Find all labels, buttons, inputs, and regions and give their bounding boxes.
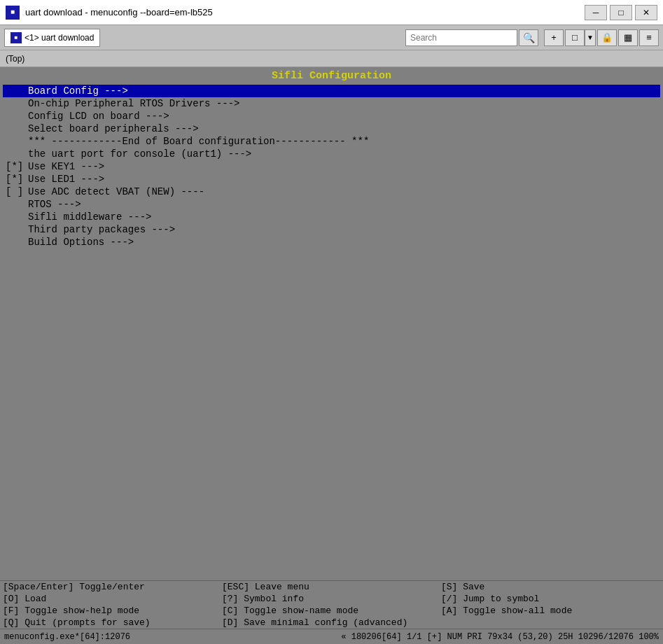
close-button[interactable]: ✕ [635,5,657,20]
checkbox: [*] [6,174,25,185]
bottom-bar: menuconfig.exe*[64]:12076 « 180206[64] 1… [0,629,663,644]
status-col1: [O] Load [3,594,222,604]
menu-item[interactable]: *** ------------End of Board configurati… [3,135,660,148]
search-box: 🔍 [405,29,538,46]
status-col3: [A] Toggle show-all mode [441,606,660,616]
item-label: Use KEY1 ---> [28,161,657,172]
status-col2: [ESC] Leave menu [222,582,441,592]
menu-item[interactable]: [*] Use KEY1 ---> [3,160,660,173]
window-title: uart download - menuconfig --board=em-lb… [25,7,213,18]
arrow-button[interactable]: ▼ [585,29,596,46]
status-bar: [Space/Enter] Toggle/enter [ESC] Leave m… [0,580,663,629]
title-bar-controls: ─ □ ✕ [585,5,657,20]
layout-button[interactable]: □ [565,29,585,46]
terminal-wrapper: Sifli Configuration Board Config --->On-… [0,67,663,580]
status-col2: [?] Symbol info [222,594,441,604]
menu-item[interactable]: Third party packages ---> [3,223,660,236]
checkbox: [*] [6,161,25,172]
terminal-content: Board Config --->On-chip Peripheral RTOS… [0,85,663,580]
item-label: Board Config ---> [6,85,657,97]
item-label: Use ADC detect VBAT (NEW) ---- [28,186,657,197]
menu-item[interactable]: Select board peripherals ---> [3,122,660,135]
menu-item[interactable]: On-chip Peripheral RTOS Drivers ---> [3,97,660,110]
breadcrumb-path: (Top) [6,54,25,64]
menu-item[interactable]: the uart port for console (uart1) ---> [3,148,660,160]
item-label: On-chip Peripheral RTOS Drivers ---> [6,98,657,109]
item-label: *** ------------End of Board configurati… [6,136,657,147]
item-label: Build Options ---> [6,237,657,248]
status-col2: [C] Toggle show-name mode [222,606,441,616]
bottom-left: menuconfig.exe*[64]:12076 [4,632,130,642]
menu-button[interactable]: ≡ [639,29,659,46]
status-col3 [441,617,660,628]
lock-button[interactable]: 🔒 [597,29,617,46]
menu-item[interactable]: Config LCD on board ---> [3,110,660,122]
status-line: [O] Load [?] Symbol info [/] Jump to sym… [0,593,663,605]
search-input[interactable] [405,29,517,46]
item-label: Config LCD on board ---> [6,111,657,122]
item-label: Sifli middleware ---> [6,211,657,223]
title-bar-left: ■ uart download - menuconfig --board=em-… [6,6,213,20]
status-line: [Q] Quit (prompts for save) [D] Save min… [0,617,663,629]
item-label: Use LED1 ---> [28,174,657,185]
menu-item[interactable]: Board Config ---> [3,85,660,97]
tab-icon: ■ [11,32,22,43]
maximize-button[interactable]: □ [610,5,632,20]
item-label: RTOS ---> [6,199,657,210]
menu-item[interactable]: Sifli middleware ---> [3,211,660,223]
status-col3: [S] Save [441,582,660,592]
search-button[interactable]: 🔍 [519,29,538,46]
status-col1: [Q] Quit (prompts for save) [3,617,222,628]
menu-item[interactable]: RTOS ---> [3,198,660,211]
grid-button[interactable]: ▦ [618,29,638,46]
item-label: Select board peripherals ---> [6,123,657,134]
bottom-middle: « 180206[64] 1/1 [+] NUM PRI 79x34 (53,2… [341,632,659,642]
status-line: [Space/Enter] Toggle/enter [ESC] Leave m… [0,581,663,593]
menu-item[interactable]: [ ] Use ADC detect VBAT (NEW) ---- [3,186,660,198]
checkbox: [ ] [6,186,25,197]
tab-item[interactable]: ■ <1> uart download [4,29,100,47]
status-col2: [D] Save minimal config (advanced) [222,617,441,628]
minimize-button[interactable]: ─ [585,5,607,20]
status-line: [F] Toggle show-help mode [C] Toggle sho… [0,605,663,617]
menu-item[interactable]: [*] Use LED1 ---> [3,173,660,186]
status-col1: [F] Toggle show-help mode [3,606,222,616]
app-icon: ■ [6,6,20,20]
toolbar-icons: + □ ▼ 🔒 ▦ ≡ [544,29,659,46]
layout-group: □ ▼ [565,29,596,46]
menu-item[interactable]: Build Options ---> [3,236,660,248]
terminal-title: Sifli Configuration [0,67,663,85]
tab-label: <1> uart download [25,33,94,43]
add-button[interactable]: + [544,29,564,46]
toolbar: ■ <1> uart download 🔍 + □ ▼ 🔒 ▦ ≡ [0,25,663,50]
item-label: Third party packages ---> [6,224,657,235]
breadcrumb: (Top) [0,50,663,67]
status-col3: [/] Jump to symbol [441,594,660,604]
status-col1: [Space/Enter] Toggle/enter [3,582,222,592]
item-label: the uart port for console (uart1) ---> [6,148,657,160]
title-bar: ■ uart download - menuconfig --board=em-… [0,0,663,25]
